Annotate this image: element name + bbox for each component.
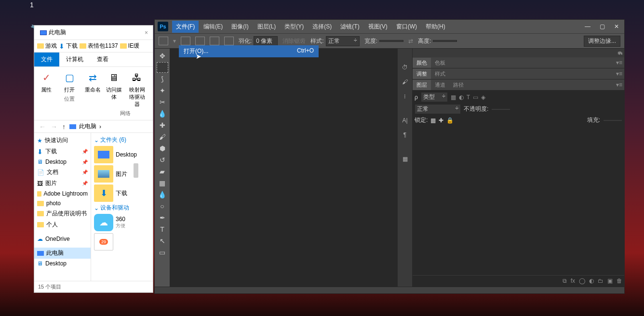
lasso-tool-icon[interactable]: ⟆ (157, 74, 168, 84)
gradient-tool-icon[interactable]: ▦ (157, 178, 168, 188)
character-panel-icon[interactable]: A| (400, 115, 410, 126)
menu-edit[interactable]: 编辑(E) (200, 21, 227, 33)
adjustment-layer-icon[interactable]: ◐ (589, 277, 594, 284)
menu-filter[interactable]: 滤镜(T) (336, 21, 363, 33)
style-select[interactable]: 正常÷ (326, 36, 360, 46)
folder-item[interactable]: ⬇下载 (92, 184, 152, 203)
device-item[interactable]: ☁360方便 (92, 213, 152, 232)
ribbon-properties[interactable]: ✓属性 (36, 70, 56, 93)
panel-collapse[interactable]: ◂◂ (413, 49, 624, 57)
filter-pixel-icon[interactable]: ▦ (451, 94, 456, 101)
pen-tool-icon[interactable]: ✒ (157, 212, 168, 223)
sidebar-onedrive[interactable]: ☁OneDrive (34, 234, 91, 244)
filter-type-icon[interactable]: T (467, 94, 470, 101)
link-layers-icon[interactable]: ⧉ (563, 277, 567, 284)
sidebar-documents[interactable]: 📄文档📌 (34, 167, 91, 178)
width-input[interactable] (379, 40, 403, 42)
sidebar-desktop[interactable]: 🖥Desktop📌 (34, 157, 91, 167)
opacity-input[interactable] (491, 108, 510, 110)
swap-icon[interactable]: ⇄ (408, 38, 413, 44)
type-tool-icon[interactable]: T (157, 224, 168, 235)
refine-edge-button[interactable]: 调整边缘... (584, 36, 620, 47)
devices-header[interactable]: ⌄设备和驱动 (92, 203, 152, 213)
magic-wand-tool-icon[interactable]: ✦ (157, 85, 168, 96)
antialias-checkbox[interactable]: 消除锯齿 (282, 37, 306, 45)
explorer-tab[interactable]: 此电脑 (36, 26, 70, 39)
menu-layer[interactable]: 图层(L) (254, 21, 280, 33)
ps-titlebar[interactable]: Ps 文件(F) 编辑(E) 图像(I) 图层(L) 类型(Y) 选择(S) 滤… (155, 20, 624, 33)
bookmark-item[interactable]: ⬇下载 (59, 42, 78, 50)
sidebar-quick-access[interactable]: ★快速访问 (34, 135, 91, 146)
ribbon-tab-view[interactable]: 查看 (90, 53, 115, 66)
ribbon-media[interactable]: 🖥访问媒体 (104, 70, 124, 108)
fill-input[interactable] (603, 119, 622, 121)
brush-presets-icon[interactable]: ⫶ (400, 91, 410, 102)
selection-new-icon[interactable] (181, 37, 190, 45)
ribbon-tab-file[interactable]: 文件 (34, 53, 59, 66)
eyedropper-tool-icon[interactable]: 💧 (157, 108, 168, 119)
selection-add-icon[interactable] (195, 37, 205, 45)
explorer-titlebar[interactable]: 此电脑 × (34, 26, 153, 40)
blur-tool-icon[interactable]: 💧 (157, 189, 168, 200)
crop-tool-icon[interactable]: ✂ (157, 97, 168, 107)
brush-tool-icon[interactable]: 🖌 (157, 132, 168, 142)
swatches-panel-icon[interactable]: ▦ (400, 154, 410, 164)
ribbon-open[interactable]: ▢打开 (59, 70, 80, 93)
ribbon-rename[interactable]: ⇄重命名 (82, 70, 103, 93)
minimize-icon[interactable]: — (583, 23, 592, 30)
selection-subtract-icon[interactable] (210, 37, 219, 45)
channels-tab[interactable]: 通道 (431, 80, 449, 90)
device-item[interactable]: 29 (92, 232, 152, 251)
marquee-icon[interactable] (159, 37, 168, 45)
styles-tab[interactable]: 样式 (431, 69, 449, 79)
ribbon-map-drive[interactable]: 🖧映射网络驱动器 (127, 70, 147, 108)
scrollbar[interactable] (134, 163, 138, 178)
path-tool-icon[interactable]: ↖ (157, 236, 168, 246)
stamp-tool-icon[interactable]: ⬢ (157, 143, 168, 154)
bookmark-item[interactable]: 游戏 (37, 42, 57, 50)
bookmark-item[interactable]: IE缓 (120, 42, 139, 50)
sidebar-this-pc[interactable]: 此电脑 (34, 248, 91, 259)
filter-kind-select[interactable]: 类型÷ (421, 92, 448, 102)
history-brush-tool-icon[interactable]: ↺ (157, 155, 168, 165)
layers-tab[interactable]: 图层 (413, 80, 431, 90)
feather-input[interactable]: 0 像素 (254, 36, 278, 46)
filter-smart-icon[interactable]: ◈ (481, 94, 485, 101)
lock-pixels-icon[interactable]: ▦ (430, 117, 436, 124)
menu-type[interactable]: 类型(Y) (281, 21, 308, 33)
sidebar-folder[interactable]: Adobe Lightroom (34, 189, 91, 198)
lock-all-icon[interactable]: 🔒 (446, 117, 454, 124)
menu-help[interactable]: 帮助(H) (422, 21, 449, 33)
folders-header[interactable]: ⌄文件夹 (6) (92, 135, 152, 145)
folder-item[interactable]: Desktop (92, 145, 152, 164)
delete-layer-icon[interactable]: 🗑 (617, 277, 622, 284)
sidebar-pictures[interactable]: 🖼图片📌 (34, 178, 91, 189)
filter-adjust-icon[interactable]: ◐ (459, 94, 464, 101)
brushes-panel-icon[interactable]: 🖌 (400, 77, 410, 87)
filter-kind-icon[interactable]: ρ (415, 94, 418, 101)
sidebar-desktop[interactable]: 🖥Desktop (34, 259, 91, 268)
collapse-icon[interactable]: ◂▸ (617, 50, 622, 54)
lock-position-icon[interactable]: ✚ (439, 117, 443, 124)
sidebar-folder[interactable]: 产品使用说明书 (34, 208, 91, 219)
marquee-tool-icon[interactable] (157, 62, 168, 73)
layer-fx-icon[interactable]: fx (571, 277, 575, 284)
new-layer-icon[interactable]: ▣ (607, 277, 613, 284)
swatches-tab[interactable]: 色板 (431, 58, 449, 68)
close-icon[interactable]: ✕ (612, 23, 621, 30)
sidebar-folder[interactable]: 个人 (34, 219, 91, 230)
adjustments-tab[interactable]: 调整 (413, 69, 431, 79)
move-tool-icon[interactable]: ✥ (157, 51, 168, 61)
ribbon-tab-computer[interactable]: 计算机 (59, 53, 90, 66)
nav-up-icon[interactable]: ↑ (61, 123, 67, 131)
panel-menu-icon[interactable]: ▾≡ (614, 81, 624, 88)
layer-mask-icon[interactable]: ◯ (579, 277, 585, 284)
blend-mode-select[interactable]: 正常÷ (415, 104, 461, 114)
dodge-tool-icon[interactable]: ○ (157, 201, 168, 211)
sidebar-folder[interactable]: photo (34, 198, 91, 208)
shape-tool-icon[interactable]: ▭ (157, 247, 168, 258)
breadcrumb[interactable]: 此电脑 (79, 122, 96, 131)
color-tab[interactable]: 颜色 (413, 58, 431, 68)
canvas-area[interactable] (170, 49, 397, 287)
paths-tab[interactable]: 路径 (449, 80, 468, 90)
